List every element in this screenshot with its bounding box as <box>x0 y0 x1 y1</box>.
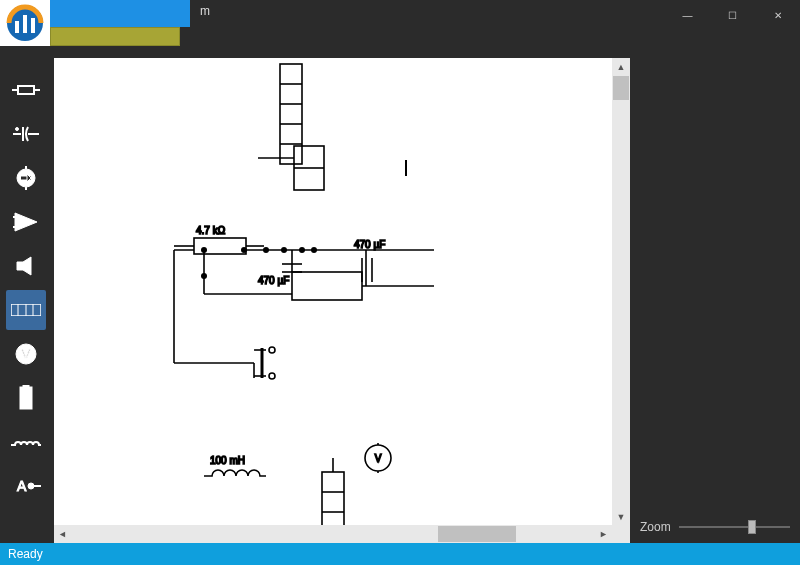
tool-battery[interactable] <box>6 378 46 418</box>
zoom-slider-track <box>679 526 790 528</box>
canvas[interactable]: 4.7 kΩ <box>54 58 612 525</box>
svg-point-40 <box>241 247 247 253</box>
zoom-slider[interactable] <box>679 517 790 537</box>
svg-point-44 <box>311 247 317 253</box>
battery-icon <box>17 385 35 411</box>
window-controls: — ☐ ✕ <box>665 0 800 30</box>
svg-point-41 <box>263 247 269 253</box>
right-panel: Zoom <box>630 30 800 543</box>
inductor-label: 100 mH <box>210 455 245 466</box>
schematic-svg: 4.7 kΩ <box>54 58 612 525</box>
component-voltmeter[interactable]: V <box>365 443 391 473</box>
close-button[interactable]: ✕ <box>755 0 800 30</box>
horizontal-scrollbar[interactable]: ◄ ► <box>54 525 612 543</box>
toolbox: V A <box>0 30 52 543</box>
minimize-button[interactable]: — <box>665 0 710 30</box>
titlebar: m — ☐ ✕ <box>0 0 800 30</box>
maximize-icon: ☐ <box>728 10 737 21</box>
svg-rect-64 <box>322 472 344 525</box>
svg-rect-1 <box>15 21 19 33</box>
scroll-right-arrow[interactable]: ► <box>595 525 612 543</box>
opamp-icon <box>13 211 39 233</box>
tool-source[interactable] <box>6 158 46 198</box>
maximize-button[interactable]: ☐ <box>710 0 755 30</box>
minimize-icon: — <box>683 10 693 21</box>
speaker-icon <box>15 255 37 277</box>
close-icon: ✕ <box>774 10 782 21</box>
brand-badge-blue <box>50 0 190 27</box>
svg-marker-16 <box>17 257 31 275</box>
svg-rect-23 <box>20 387 32 409</box>
zoom-control: Zoom <box>640 517 790 537</box>
canvas-wrap: 4.7 kΩ <box>52 30 630 543</box>
capacitor-2-label: 470 µF <box>354 239 385 250</box>
vscroll-thumb[interactable] <box>613 76 629 100</box>
tool-opamp[interactable] <box>6 202 46 242</box>
scroll-down-arrow[interactable]: ▼ <box>612 508 630 525</box>
svg-rect-5 <box>18 86 34 94</box>
resistor-label: 4.7 kΩ <box>196 225 226 236</box>
ammeter-icon: A <box>11 477 41 495</box>
source-icon <box>14 166 38 190</box>
tool-ammeter[interactable]: A <box>6 466 46 506</box>
component-capacitor-2[interactable]: 470 µF <box>354 239 385 286</box>
svg-point-43 <box>299 247 305 253</box>
scroll-corner <box>612 525 630 543</box>
component-array-top[interactable] <box>280 64 302 164</box>
brand-badge-olive <box>50 27 180 46</box>
hscroll-track[interactable] <box>71 525 595 543</box>
zoom-label: Zoom <box>640 520 671 534</box>
tool-capacitor-polar[interactable] <box>6 114 46 154</box>
tool-speaker[interactable] <box>6 246 46 286</box>
canvas-area: 4.7 kΩ <box>52 30 630 525</box>
svg-rect-49 <box>292 272 362 300</box>
array-icon <box>11 304 41 316</box>
app-logo <box>0 0 50 46</box>
vertical-scrollbar[interactable]: ▲ ▼ <box>612 58 630 525</box>
voltmeter-label: V <box>375 453 382 464</box>
tool-voltmeter[interactable]: V <box>6 334 46 374</box>
window-title: m <box>200 4 210 18</box>
component-small-block[interactable] <box>258 146 324 190</box>
component-block-mid[interactable] <box>292 272 434 300</box>
scroll-left-arrow[interactable]: ◄ <box>54 525 71 543</box>
logo-icon <box>5 3 45 43</box>
inductor-icon <box>11 435 41 449</box>
resistor-icon <box>12 83 40 97</box>
voltmeter-icon: V <box>14 342 38 366</box>
app-brand-overlay <box>0 0 190 46</box>
svg-rect-3 <box>31 18 35 33</box>
svg-text:V: V <box>21 346 31 362</box>
scroll-up-arrow[interactable]: ▲ <box>612 58 630 75</box>
svg-point-26 <box>28 483 34 489</box>
brand-badges <box>50 0 190 46</box>
status-text: Ready <box>8 547 43 561</box>
svg-text:A: A <box>17 478 27 494</box>
main-area: V A <box>0 30 800 543</box>
svg-point-58 <box>269 347 275 353</box>
svg-point-42 <box>281 247 287 253</box>
svg-rect-2 <box>23 15 27 33</box>
hscroll-row: ◄ ► <box>52 525 630 543</box>
capacitor-1-label: 470 µF <box>258 275 289 286</box>
hscroll-thumb[interactable] <box>438 526 517 542</box>
svg-point-10 <box>16 128 19 131</box>
tool-resistor[interactable] <box>6 70 46 110</box>
svg-point-59 <box>269 373 275 379</box>
tool-array[interactable] <box>6 290 46 330</box>
vscroll-track[interactable] <box>612 101 630 508</box>
svg-rect-24 <box>23 385 29 388</box>
status-bar: Ready <box>0 543 800 565</box>
component-transistor[interactable] <box>254 347 275 379</box>
svg-marker-13 <box>15 213 37 231</box>
tool-inductor[interactable] <box>6 422 46 462</box>
capacitor-polar-icon <box>13 125 39 143</box>
zoom-slider-thumb[interactable] <box>748 520 756 534</box>
svg-rect-28 <box>280 64 302 164</box>
component-array-bottom[interactable] <box>322 458 344 525</box>
component-inductor[interactable]: 100 mH <box>204 455 266 476</box>
component-capacitor-1[interactable]: 470 µF <box>258 250 302 286</box>
